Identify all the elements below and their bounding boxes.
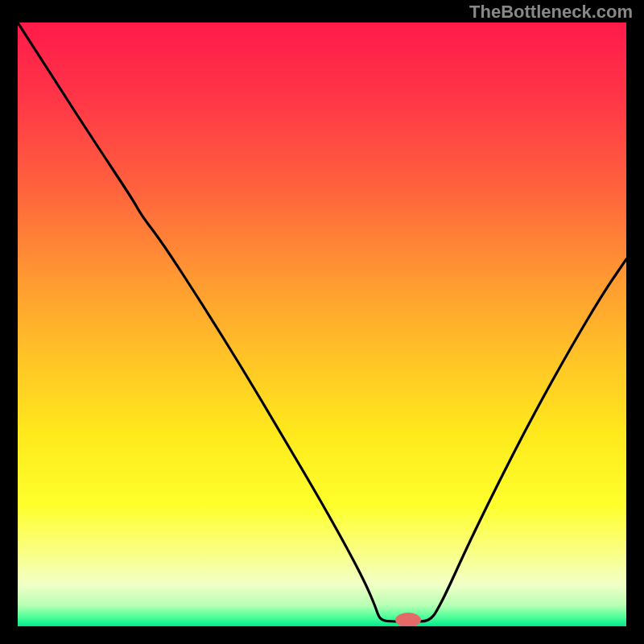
optimum-marker bbox=[395, 613, 421, 627]
chart-container: { "attribution": "TheBottleneck.com", "c… bbox=[0, 0, 644, 644]
attribution-text: TheBottleneck.com bbox=[469, 2, 633, 23]
gradient-background bbox=[18, 23, 626, 626]
bottleneck-chart bbox=[0, 0, 644, 644]
